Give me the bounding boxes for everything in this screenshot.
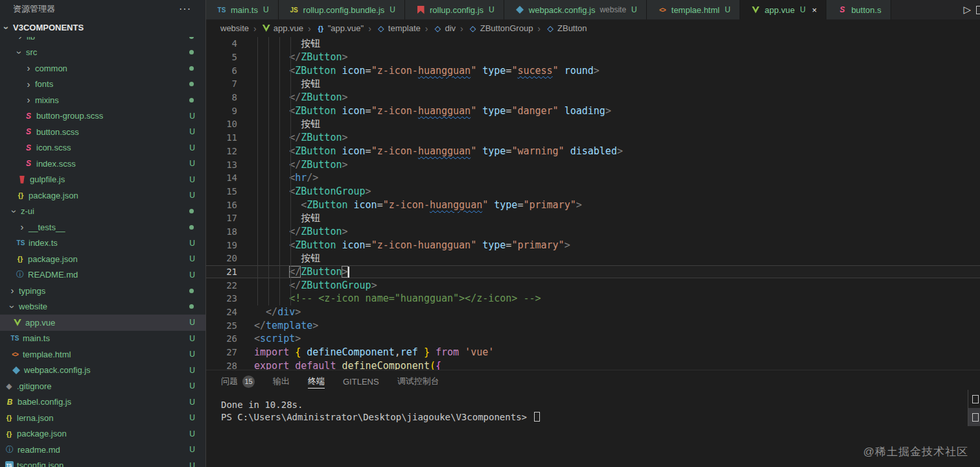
code-text: export default defineComponent({: [254, 360, 441, 370]
code-editor[interactable]: 4 按钮5 </ZButton>6 <ZButton icon="z-icon-…: [206, 37, 980, 370]
tab-templae.html[interactable]: <>templae.htmlU: [647, 0, 740, 19]
chevron-down-icon: ›: [3, 24, 10, 32]
line-number: 10: [206, 119, 237, 129]
tree-item-mixins[interactable]: ›mixins: [0, 92, 205, 108]
tree-item-webpack.config.js[interactable]: webpack.config.jsU: [0, 363, 205, 379]
tree-item-common[interactable]: ›common: [0, 60, 205, 77]
modified-dot-badge: [189, 209, 194, 213]
line-number: 6: [206, 66, 237, 76]
tree-item-icon.scss[interactable]: Sicon.scssU: [0, 140, 205, 156]
tab-rollup.config.bundle.js[interactable]: JSrollup.config.bundle.jsU: [279, 0, 405, 19]
tab-rollup.config.js[interactable]: rollup.config.jsU: [405, 0, 504, 19]
code-text: </ZButton>: [254, 91, 348, 103]
line-number: 24: [206, 307, 237, 317]
scss-icon: S: [23, 143, 34, 152]
line-number: 11: [206, 132, 237, 143]
breadcrumb-item-ZButtonGroup[interactable]: ◇ZButtonGroup: [468, 23, 533, 33]
tree-item-templae.html[interactable]: <>templae.htmlU: [0, 346, 205, 363]
tree-item-.gitignore[interactable]: ◈.gitignoreU: [0, 378, 205, 394]
tree-item-z-ui[interactable]: ›z-ui: [0, 204, 205, 220]
terminal-instance[interactable]: [968, 390, 980, 408]
untracked-badge: U: [189, 112, 195, 121]
panel-tab-label: 终端: [308, 376, 325, 387]
tree-item-label: package.json: [17, 429, 67, 438]
breadcrumb-item-template[interactable]: ◇template: [376, 23, 421, 33]
more-actions-icon[interactable]: ···: [179, 3, 191, 15]
tree-item-tsconfig.json[interactable]: TStsconfig.jsonU: [0, 458, 205, 467]
tab-label: webpack.config.js: [529, 5, 596, 15]
tree-item-label: index.scss: [36, 159, 76, 169]
line-number: 22: [206, 280, 237, 291]
tree-item-index.scss[interactable]: Sindex.scssU: [0, 156, 205, 172]
tree-item-fonts[interactable]: ›fonts: [0, 77, 205, 93]
tab-webpack.config.js[interactable]: webpack.config.jswebsiteU: [504, 0, 647, 19]
close-icon[interactable]: ×: [812, 5, 817, 15]
panel-tab-问题[interactable]: 问题15: [221, 370, 255, 392]
tree-item-README.md[interactable]: ⓘREADME.mdU: [0, 267, 205, 283]
code-line-12: 12 <ZButton icon="z-icon-huangguan" type…: [206, 145, 980, 158]
tree-item-app.vue[interactable]: app.vueU: [0, 315, 205, 331]
tree-item-lerna.json[interactable]: {}lerna.jsonU: [0, 410, 205, 426]
tab-dirty-badge: U: [489, 5, 495, 14]
code-line-24: 24 </div>: [206, 305, 980, 319]
code-text: <ZButton icon="z-icon-huangguan" type="d…: [254, 105, 611, 117]
line-number: 28: [206, 361, 237, 370]
code-text: </ZButtonGroup>: [254, 280, 377, 291]
code-text: </div>: [254, 306, 301, 318]
terminal-instance-list[interactable]: [968, 390, 980, 426]
tree-item-label: z-ui: [21, 206, 34, 216]
code-line-4: 4 按钮: [206, 37, 980, 51]
tab-app.vue[interactable]: app.vueU×: [740, 0, 827, 19]
run-code-icon[interactable]: ▷: [963, 4, 971, 16]
tree-item-website[interactable]: ›website: [0, 299, 205, 315]
terminal-instance-selected[interactable]: [968, 408, 980, 426]
tab-button.s[interactable]: Sbutton.s: [826, 0, 891, 19]
tree-item-typings[interactable]: ›typings: [0, 283, 205, 299]
vscode-window: 资源管理器 ··· › V3COMPONENTS ›lib›src›common…: [0, 0, 980, 467]
tree-item-readme.md[interactable]: ⓘreadme.mdU: [0, 442, 205, 458]
tree-item-main.ts[interactable]: TSmain.tsU: [0, 331, 205, 347]
panel-tab-输出[interactable]: 输出: [273, 370, 290, 392]
split-editor-icon[interactable]: [976, 6, 980, 14]
tree-item-button.scss[interactable]: Sbutton.scssU: [0, 124, 205, 140]
tree-item-label: src: [26, 47, 37, 57]
breadcrumb-item-ZButton[interactable]: ◇ZButton: [545, 23, 587, 33]
modified-dot-badge: [189, 50, 194, 54]
tab-main.ts[interactable]: TSmain.tsU: [206, 0, 279, 19]
breadcrumb-item-app.vue[interactable]: {}"app.vue": [316, 23, 364, 33]
tree-item-index.ts[interactable]: TSindex.tsU: [0, 235, 205, 252]
untracked-badge: U: [189, 413, 195, 422]
terminal-output[interactable]: Done in 10.28s.PS C:\Users\Administrator…: [206, 392, 980, 424]
line-number: 20: [206, 253, 237, 263]
line-number: 9: [206, 106, 237, 116]
panel-tab-终端[interactable]: 终端: [308, 370, 325, 392]
tree-item-package.json[interactable]: {}package.jsonU: [0, 187, 205, 204]
untracked-badge: U: [189, 143, 195, 152]
tree-item-gulpfile.js[interactable]: gulpfile.jsU: [0, 172, 205, 188]
problems-count-badge: 15: [242, 376, 255, 388]
code-line-9: 9 <ZButton icon="z-icon-huangguan" type=…: [206, 104, 980, 117]
tree-item-lib[interactable]: ›lib: [0, 37, 205, 45]
tree-item-label: templae.html: [23, 350, 71, 359]
code-line-26: 26<script>: [206, 332, 980, 346]
tree-item-__tests__[interactable]: ›__tests__: [0, 219, 205, 235]
tab-dirty-badge: U: [631, 5, 637, 14]
tree-item-button-group.scss[interactable]: Sbutton-group.scssU: [0, 108, 205, 125]
panel-tab-GITLENS[interactable]: GITLENS: [343, 370, 379, 392]
project-section-header[interactable]: › V3COMPONENTS: [0, 18, 205, 37]
line-number: 26: [206, 333, 237, 344]
code-line-14: 14 <hr/>: [206, 171, 980, 185]
tree-item-package.json[interactable]: {}package.jsonU: [0, 251, 205, 267]
breadcrumb-item-app.vue[interactable]: app.vue: [261, 23, 303, 33]
breadcrumb-item-website[interactable]: website: [220, 23, 249, 33]
tree-item-src[interactable]: ›src: [0, 45, 205, 61]
code-line-8: 8 </ZButton>: [206, 91, 980, 104]
tree-item-babel.config.js[interactable]: Bbabel.config.jsU: [0, 394, 205, 411]
tree-item-package.json[interactable]: {}package.jsonU: [0, 426, 205, 442]
breadcrumb-item-div[interactable]: ◇div: [432, 23, 456, 33]
panel-tab-调试控制台[interactable]: 调试控制台: [397, 370, 439, 392]
code-line-23: 23 <!-- <z-icon name="huangguan"></z-ico…: [206, 292, 980, 305]
code-line-6: 6 <ZButton icon="z-icon-huangguan" type=…: [206, 64, 980, 77]
code-text: <ZButton icon="z-icon-huangguan" type="p…: [254, 199, 582, 211]
chevron-down-icon: ›: [9, 303, 16, 311]
